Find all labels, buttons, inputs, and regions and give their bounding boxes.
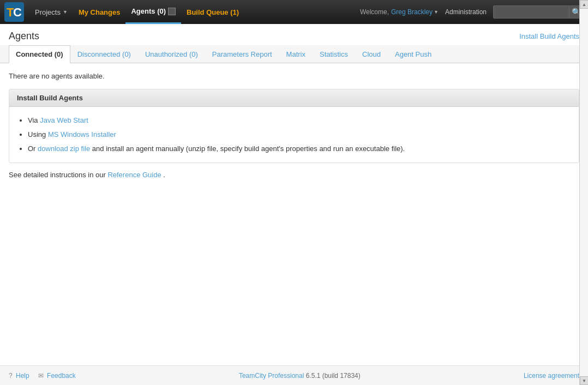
reference-guide-link[interactable]: Reference Guide [107, 171, 161, 179]
tab-matrix[interactable]: Matrix [279, 45, 313, 63]
tab-parameters-report-label: Parameters Report [212, 50, 272, 58]
tab-agent-push-label: Agent Push [395, 50, 431, 58]
install-box-header: Install Build Agents [9, 89, 579, 107]
reference-prefix: See detailed instructions in our [9, 171, 107, 179]
nav-agents-label: Agents (0) [131, 7, 166, 15]
page-title: Agents [9, 31, 39, 42]
footer-center: TeamCity Professional 6.5.1 (build 17834… [76, 372, 524, 380]
tab-cloud-label: Cloud [362, 50, 381, 58]
ms-windows-installer-link[interactable]: MS Windows Installer [48, 130, 116, 139]
java-web-start-link[interactable]: Java Web Start [40, 116, 88, 124]
feedback-icon: ✉ [38, 372, 44, 380]
agents-header: Agents Install Build Agents [0, 24, 588, 45]
search-input[interactable] [493, 5, 569, 19]
tab-agent-push[interactable]: Agent Push [388, 45, 439, 63]
tab-unauthorized[interactable]: Unauthorized (0) [138, 45, 205, 63]
scroll-track[interactable] [580, 9, 588, 376]
install-build-agents-box: Install Build Agents Via Java Web Start … [9, 89, 579, 163]
install-option-zip: Or download zip file and install an agen… [28, 142, 571, 156]
download-zip-link[interactable]: download zip file [38, 145, 90, 153]
tab-statistics-label: Statistics [320, 50, 348, 58]
tab-disconnected[interactable]: Disconnected (0) [70, 45, 138, 63]
top-navigation: T C Projects ▼ My Changes Agents (0) Bui… [0, 0, 588, 24]
install-or-rest-text: and install an agent manually (unzip fil… [92, 145, 405, 153]
nav-projects[interactable]: Projects ▼ [29, 0, 73, 24]
install-agents-link[interactable]: Install Build Agents [519, 32, 579, 40]
tab-matrix-label: Matrix [286, 50, 305, 58]
tab-statistics[interactable]: Statistics [313, 45, 355, 63]
agents-indicator [168, 8, 176, 15]
install-or-text: Or [28, 145, 35, 153]
username-dropdown-icon: ▼ [434, 9, 439, 15]
nav-agents[interactable]: Agents (0) [125, 0, 181, 24]
footer-right: License agreement [524, 372, 579, 380]
feedback-link[interactable]: ✉ Feedback [38, 372, 76, 380]
install-using-text: Using [28, 130, 46, 139]
tab-parameters-report[interactable]: Parameters Report [205, 45, 279, 63]
username-link[interactable]: Greg Brackley [391, 8, 433, 16]
tab-cloud[interactable]: Cloud [355, 45, 388, 63]
teamcity-logo[interactable]: T C [4, 2, 24, 22]
help-link[interactable]: ? Help [9, 372, 29, 380]
no-agents-message: There are no agents available. [9, 72, 579, 80]
scroll-up-button[interactable]: ▲ [580, 0, 588, 9]
tab-connected-label: Connected (0) [16, 50, 63, 58]
projects-dropdown-icon: ▼ [63, 9, 68, 15]
reference-guide-paragraph: See detailed instructions in our Referen… [9, 171, 579, 179]
footer-left: ? Help ✉ Feedback [9, 372, 76, 380]
help-label: Help [16, 372, 29, 380]
tab-connected[interactable]: Connected (0) [9, 45, 70, 63]
help-icon: ? [9, 372, 13, 380]
install-option-windows: Using MS Windows Installer [28, 128, 571, 142]
scroll-down-button[interactable]: ▼ [580, 376, 588, 385]
license-agreement-link[interactable]: License agreement [524, 372, 579, 380]
main-content: There are no agents available. Install B… [0, 63, 588, 188]
product-name-link[interactable]: TeamCity Professional [239, 372, 304, 380]
nav-build-queue-label: Build Queue (1) [187, 8, 239, 16]
search-box: 🔍 [493, 5, 584, 19]
install-via-text: Via [28, 116, 38, 124]
feedback-label: Feedback [47, 372, 76, 380]
install-option-java: Via Java Web Start [28, 113, 571, 128]
footer: ? Help ✉ Feedback TeamCity Professional … [0, 365, 588, 385]
nav-projects-label: Projects [35, 8, 61, 16]
tab-unauthorized-label: Unauthorized (0) [145, 50, 198, 58]
svg-text:C: C [13, 5, 22, 19]
product-version-text: 6.5.1 (build 17834) [306, 372, 361, 380]
nav-build-queue[interactable]: Build Queue (1) [181, 0, 244, 24]
reference-suffix: . [163, 171, 165, 179]
scrollbar[interactable]: ▲ ▼ [579, 0, 588, 385]
tabs-bar: Connected (0) Disconnected (0) Unauthori… [0, 45, 588, 63]
administration-link[interactable]: Administration [445, 8, 487, 16]
welcome-text: Welcome, [360, 8, 389, 16]
install-box-body: Via Java Web Start Using MS Windows Inst… [9, 107, 579, 163]
nav-my-changes-label: My Changes [79, 8, 121, 16]
nav-my-changes[interactable]: My Changes [73, 0, 126, 24]
tab-disconnected-label: Disconnected (0) [77, 50, 131, 58]
install-options-list: Via Java Web Start Using MS Windows Inst… [17, 113, 571, 156]
